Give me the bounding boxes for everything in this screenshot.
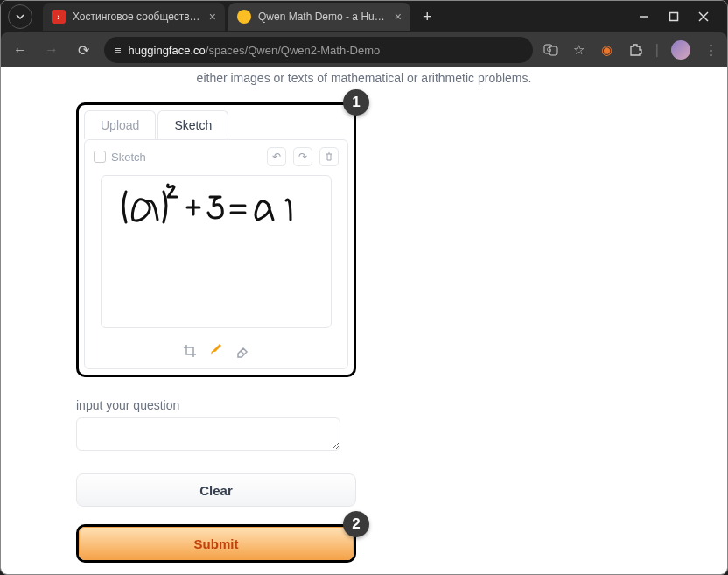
translate-icon[interactable]: G [543,42,559,58]
canvas-tools [90,335,342,363]
favicon-2 [237,10,251,24]
question-section: input your question [76,398,356,454]
tab-title-1: Хостинговое сообщество «Tim [73,11,202,23]
clear-button[interactable]: Clear [76,473,356,507]
svg-rect-1 [670,13,678,21]
profile-avatar[interactable] [671,40,690,60]
redo-button[interactable]: ↷ [293,147,312,166]
reload-button[interactable]: ⟳ [73,42,94,59]
extension-icon-1[interactable]: ◉ [599,42,615,58]
page-content: either images or texts of mathematical o… [1,67,727,575]
address-bar: ← → ⟳ ≡ huggingface.co/spaces/Qwen/Qwen2… [1,32,727,67]
maximize-button[interactable] [668,11,680,23]
browser-chrome: › Хостинговое сообщество «Tim × Qwen Mat… [1,1,727,67]
sketch-container: Sketch ↶ ↷ [84,139,348,369]
minimize-button[interactable] [638,11,650,23]
tab-close-1[interactable]: × [209,10,216,24]
crop-tool[interactable] [181,342,199,360]
tab-search-button[interactable] [8,4,32,29]
url-input[interactable]: ≡ huggingface.co/spaces/Qwen/Qwen2-Math-… [104,37,533,63]
question-input[interactable] [76,417,340,451]
sketch-panel: 1 Upload Sketch Sketch ↶ ↷ [76,102,356,377]
close-window-button[interactable] [697,11,710,23]
svg-text:G: G [547,46,551,53]
forward-button[interactable]: → [41,42,62,58]
tab-sketch[interactable]: Sketch [158,110,228,139]
back-button[interactable]: ← [10,42,31,58]
question-label: input your question [76,398,356,412]
undo-button[interactable]: ↶ [267,147,286,166]
eraser-tool[interactable] [234,342,251,360]
sketch-label: Sketch [94,151,146,164]
tab-close-2[interactable]: × [395,10,402,24]
titlebar: › Хостинговое сообщество «Tim × Qwen Mat… [1,1,727,32]
delete-button[interactable] [319,147,339,166]
favicon-1: › [52,10,66,24]
new-tab-button[interactable]: + [414,8,441,26]
submit-button[interactable]: Submit [79,527,354,560]
url-path: /spaces/Qwen/Qwen2-Math-Demo [206,44,380,57]
url-domain: huggingface.co [129,44,206,57]
input-tabs: Upload Sketch [84,110,348,139]
sketch-canvas[interactable] [101,175,332,328]
extensions-icon[interactable] [627,42,643,58]
tab-upload[interactable]: Upload [84,110,156,139]
site-info-icon[interactable]: ≡ [115,44,122,57]
intro-text: either images or texts of mathematical o… [27,67,701,85]
image-icon [94,151,106,163]
bookmark-icon[interactable]: ☆ [571,42,587,58]
menu-icon[interactable]: ⋮ [703,42,718,58]
annotation-badge-2: 2 [343,511,369,537]
browser-tab-1[interactable]: › Хостинговое сообщество «Tim × [43,3,225,31]
brush-tool[interactable] [207,342,225,360]
browser-tab-2[interactable]: Qwen Math Demo - a Hugging × [228,3,410,31]
tab-title-2: Qwen Math Demo - a Hugging [258,11,388,23]
submit-wrap: 2 Submit [76,524,356,563]
window-controls [638,11,720,23]
annotation-badge-1: 1 [343,89,369,116]
